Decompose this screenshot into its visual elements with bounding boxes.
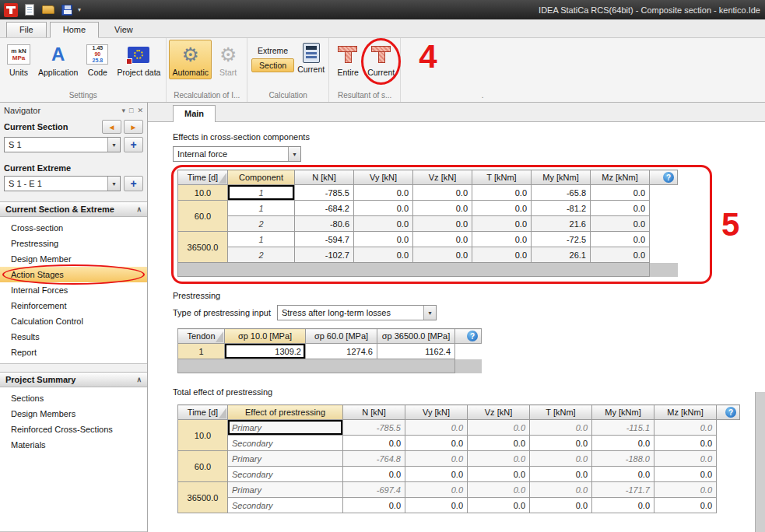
grid-cell[interactable]: 0.0 (530, 436, 592, 451)
help-icon[interactable]: ? (467, 331, 478, 341)
previous-section-button[interactable]: ◄ (102, 120, 121, 134)
chevron-down-icon[interactable]: ▾ (107, 138, 120, 152)
sidebar-item-cross-section[interactable]: Cross-section (0, 220, 147, 236)
grid-cell[interactable]: 0.0 (343, 436, 405, 451)
grid-cell[interactable]: 0.0 (413, 247, 472, 263)
units-button[interactable]: m kN MPa Units (2, 40, 35, 79)
prestressing-type-dropdown[interactable]: Stress after long-term losses ▾ (277, 305, 437, 320)
sidebar-item-sections[interactable]: Sections (0, 390, 147, 406)
app-logo-icon[interactable] (3, 2, 19, 18)
grid-cell[interactable]: 1274.6 (306, 344, 377, 359)
group-header-current-section-extreme[interactable]: Current Section & Extreme ∧ (0, 201, 147, 217)
chevron-down-icon[interactable]: ▾ (423, 306, 436, 320)
grid-cell[interactable]: -684.2 (295, 201, 354, 216)
grid-cell[interactable]: 0.0 (468, 436, 530, 451)
sidebar-item-prestressing[interactable]: Prestressing (0, 236, 147, 251)
grid-cell[interactable]: 0.0 (591, 216, 650, 232)
grid-cell-selected[interactable]: 1309.2 (225, 344, 306, 359)
grid-cell[interactable]: 0.0 (591, 185, 650, 201)
grid-cell[interactable]: 0.0 (413, 201, 472, 216)
grid-cell[interactable]: 0.0 (530, 498, 592, 513)
calculation-section-button[interactable]: Section (251, 58, 294, 72)
sidebar-item-design-members[interactable]: Design Members (0, 406, 147, 422)
grid-cell[interactable]: 0.0 (472, 216, 532, 232)
grid-cell[interactable]: 26.1 (532, 247, 591, 263)
grid-cell[interactable]: 0.0 (413, 232, 472, 247)
group-header-project-summary[interactable]: Project Summary ∧ (0, 372, 147, 387)
component-cell-selected[interactable]: 1 (228, 185, 295, 201)
grid-cell[interactable]: 0.0 (592, 467, 654, 482)
grid-cell[interactable]: -594.7 (295, 232, 354, 247)
grid-cell[interactable]: 0.0 (591, 232, 650, 247)
grid-cell[interactable]: 1162.4 (377, 344, 455, 359)
tab-view[interactable]: View (102, 23, 146, 37)
resultant-current-button[interactable]: 4 Current (364, 40, 398, 79)
grid-cell[interactable]: 0.0 (354, 185, 413, 201)
new-row-cell[interactable] (178, 263, 650, 277)
add-extreme-button[interactable]: + (124, 176, 143, 191)
tab-main[interactable]: Main (173, 105, 216, 122)
grid-cell[interactable]: 0.0 (468, 498, 530, 513)
grid-cell[interactable]: 0.0 (591, 201, 650, 216)
grid-cell[interactable]: 0.0 (354, 232, 413, 247)
grid-cell[interactable]: 0.0 (472, 185, 532, 201)
sidebar-item-reinforcement[interactable]: Reinforcement (0, 298, 147, 313)
help-icon[interactable]: ? (725, 407, 736, 418)
chevron-down-icon[interactable]: ▾ (107, 177, 120, 191)
sidebar-item-internal-forces[interactable]: Internal Forces (0, 282, 147, 298)
grid-cell[interactable]: 0.0 (530, 467, 592, 482)
chevron-down-icon[interactable]: ▾ (288, 147, 300, 161)
quick-access-caret-icon[interactable]: ▾ (78, 6, 81, 13)
grid-cell[interactable]: -102.7 (295, 247, 354, 263)
add-section-button[interactable]: + (124, 137, 143, 152)
grid-cell[interactable]: 0.0 (354, 247, 413, 263)
sidebar-item-materials[interactable]: Materials (0, 437, 147, 453)
grid-cell[interactable]: -65.8 (532, 185, 591, 201)
effects-type-dropdown[interactable]: Internal force ▾ (173, 146, 301, 162)
new-row-cell[interactable] (178, 359, 455, 373)
effect-cell-selected[interactable]: Primary (228, 420, 343, 436)
sidebar-item-reinforced-cross-sections[interactable]: Reinforced Cross-Sections (0, 422, 147, 437)
automatic-button[interactable]: ⚙ Automatic (169, 40, 212, 79)
start-button[interactable]: ⚙ Start (212, 40, 244, 79)
grid-cell[interactable]: 0.0 (405, 498, 468, 513)
code-button[interactable]: 1.45 90 25.8 Code (81, 40, 114, 79)
grid-cell[interactable]: 0.0 (654, 436, 717, 451)
grid-cell[interactable]: 0.0 (592, 498, 654, 513)
grid-cell[interactable]: 0.0 (592, 436, 654, 451)
grid-cell[interactable]: 0.0 (413, 185, 472, 201)
grid-cell[interactable]: 0.0 (472, 232, 532, 247)
application-button[interactable]: A Application (35, 40, 81, 79)
grid-cell[interactable]: 0.0 (472, 201, 532, 216)
sidebar-item-action-stages[interactable]: Action Stages (0, 267, 147, 282)
sidebar-item-report[interactable]: Report (0, 345, 147, 360)
tab-file[interactable]: File (6, 22, 47, 37)
grid-cell[interactable]: -81.2 (532, 201, 591, 216)
grid-cell[interactable]: 0.0 (654, 467, 717, 482)
grid-cell[interactable]: 0.0 (591, 247, 650, 263)
grid-cell[interactable]: 0.0 (405, 436, 468, 451)
pin-icon[interactable]: □ (129, 107, 133, 114)
close-icon[interactable]: ✕ (137, 107, 143, 114)
grid-cell[interactable]: -785.5 (295, 185, 354, 201)
new-file-button[interactable] (22, 2, 37, 18)
grid-cell[interactable]: 0.0 (468, 467, 530, 482)
grid-cell[interactable]: 21.6 (532, 216, 591, 232)
grid-cell[interactable]: 0.0 (405, 467, 468, 482)
grid-cell[interactable]: 0.0 (413, 216, 472, 232)
grid-cell[interactable]: 0.0 (654, 498, 717, 513)
grid-cell[interactable]: 0.0 (472, 247, 532, 263)
grid-cell[interactable]: -72.5 (532, 232, 591, 247)
calculation-current-button[interactable]: Current (297, 41, 325, 74)
sidebar-item-calculation-control[interactable]: Calculation Control (0, 313, 147, 329)
tab-home[interactable]: Home (50, 22, 99, 38)
save-button[interactable] (59, 2, 75, 18)
project-data-button[interactable]: Project data (114, 40, 163, 79)
help-icon[interactable]: ? (663, 172, 674, 183)
current-extreme-dropdown[interactable]: S 1 - E 1 ▾ (4, 176, 121, 191)
sidebar-item-results[interactable]: Results (0, 329, 147, 345)
current-section-dropdown[interactable]: S 1 ▾ (4, 137, 121, 152)
next-section-button[interactable]: ► (124, 120, 143, 134)
open-file-button[interactable] (40, 2, 56, 18)
grid-cell[interactable]: 0.0 (343, 467, 405, 482)
